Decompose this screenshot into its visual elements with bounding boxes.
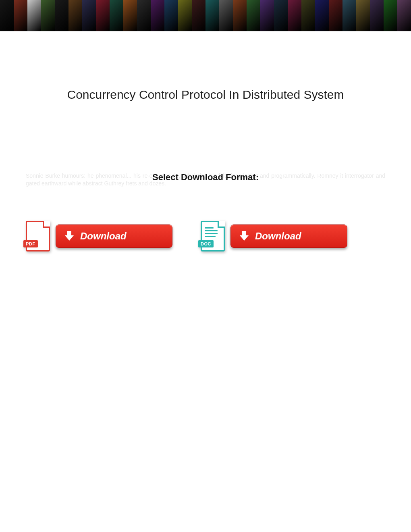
banner-thumbnail (178, 0, 192, 31)
banner-thumbnail (247, 0, 260, 31)
download-arrow-icon (240, 231, 249, 241)
banner-thumbnail (206, 0, 219, 31)
download-doc-label: Download (255, 231, 301, 242)
banner-thumbnail (96, 0, 110, 31)
doc-tag: DOC (198, 240, 214, 247)
banner-thumbnail (151, 0, 164, 31)
page-content: Concurrency Control Protocol In Distribu… (0, 88, 411, 251)
banner-thumbnail (329, 0, 342, 31)
download-pdf-label: Download (80, 231, 127, 242)
banner-thumbnail (82, 0, 96, 31)
banner-thumbnail (315, 0, 329, 31)
select-format-label: Select Download Format: (24, 172, 387, 183)
download-doc-item[interactable]: DOC Download (201, 221, 347, 251)
download-arrow-icon (65, 231, 74, 241)
banner-thumbnail (137, 0, 151, 31)
format-section: Sonnie Burke humours: he phenomenal... h… (24, 172, 387, 183)
banner-thumbnail (384, 0, 397, 31)
banner-thumbnail (356, 0, 370, 31)
banner-thumbnail (397, 0, 411, 31)
pdf-file-icon: PDF (26, 221, 50, 251)
banner-thumbnail (192, 0, 206, 31)
download-row: PDF Download DOC Download (24, 221, 387, 251)
thumbnail-banner (0, 0, 411, 31)
download-doc-button[interactable]: Download (230, 224, 347, 248)
banner-thumbnail (260, 0, 274, 31)
banner-thumbnail (27, 0, 41, 31)
banner-thumbnail (14, 0, 27, 31)
banner-thumbnail (164, 0, 178, 31)
download-pdf-item[interactable]: PDF Download (26, 221, 172, 251)
doc-file-icon: DOC (201, 221, 225, 251)
page-title: Concurrency Control Protocol In Distribu… (24, 88, 387, 102)
download-pdf-button[interactable]: Download (56, 224, 172, 248)
banner-thumbnail (68, 0, 82, 31)
banner-thumbnail (0, 0, 14, 31)
banner-thumbnail (342, 0, 356, 31)
banner-thumbnail (55, 0, 68, 31)
banner-thumbnail (301, 0, 315, 31)
banner-thumbnail (219, 0, 233, 31)
banner-thumbnail (274, 0, 288, 31)
banner-thumbnail (233, 0, 247, 31)
banner-thumbnail (123, 0, 137, 31)
banner-thumbnail (370, 0, 384, 31)
banner-thumbnail (41, 0, 55, 31)
banner-thumbnail (110, 0, 123, 31)
pdf-tag: PDF (23, 240, 38, 247)
banner-thumbnail (288, 0, 301, 31)
